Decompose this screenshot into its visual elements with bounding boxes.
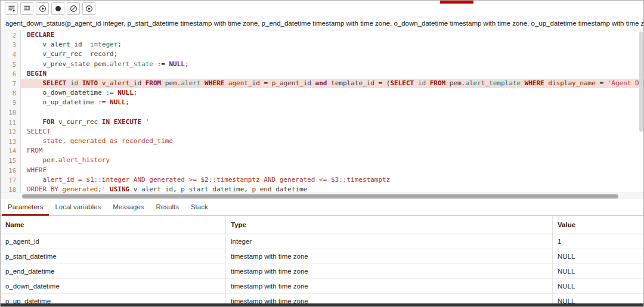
line-number[interactable]: 11 [1, 117, 21, 127]
code-line[interactable]: 9 o_up_datetime := NULL; [1, 98, 643, 107]
cell-name: p_agent_id [1, 234, 226, 249]
code-token: alert_template [465, 79, 521, 87]
code-line[interactable]: 8 o_down_datetime := NULL; [1, 88, 643, 98]
code-line[interactable]: 13 state, generated as recorded_time [1, 137, 643, 146]
code-token [78, 79, 82, 87]
code-token: v_alert_id [27, 41, 90, 48]
code-line[interactable]: 2DECLARE [1, 30, 643, 40]
code-line[interactable]: 14FROM [1, 146, 643, 156]
line-number[interactable]: 17 [1, 175, 21, 185]
line-number[interactable]: 18 [1, 185, 21, 193]
code-text: FOR v_curr_rec IN EXECUTE ' [21, 117, 643, 127]
line-number[interactable]: 5 [1, 60, 21, 69]
code-token [426, 79, 430, 87]
line-number[interactable]: 16 [1, 166, 21, 175]
vertical-scrollbar-thumb[interactable] [639, 32, 643, 132]
column-header-name[interactable]: Name [1, 216, 226, 234]
code-line[interactable]: 18ORDER BY generated;' USING v_alert_id,… [1, 185, 643, 193]
debugger-window: agent_down_status(p_agent_id integer, p_… [0, 0, 644, 307]
line-number[interactable]: 7 [1, 79, 21, 88]
cell-value[interactable]: 1 [553, 234, 643, 249]
line-number[interactable]: 9 [1, 98, 21, 107]
code-token: SELECT [27, 128, 51, 135]
code-line[interactable]: 16WHERE [1, 166, 643, 175]
line-number[interactable]: 4 [1, 49, 21, 59]
cell-value[interactable]: NULL [553, 249, 643, 263]
code-token: ; [134, 89, 138, 97]
code-text: FROM [21, 146, 643, 156]
code-text [21, 108, 643, 117]
code-text: WHERE [21, 166, 643, 175]
code-text: v_curr_rec record; [21, 49, 643, 59]
editor-vertical-scrollbar[interactable] [639, 30, 643, 193]
line-number[interactable]: 13 [1, 137, 21, 146]
code-line[interactable]: 11 FOR v_curr_rec IN EXECUTE ' [1, 117, 643, 127]
code-token: o_up_datetime := [27, 98, 110, 106]
window-accent-fragment [440, 1, 473, 4]
cell-type: timestamp with time zone [226, 264, 553, 278]
code-line[interactable]: 6BEGIN [1, 69, 643, 79]
code-text: BEGIN [21, 69, 643, 79]
line-number[interactable]: 12 [1, 127, 21, 137]
cell-type: timestamp with time zone [226, 249, 553, 263]
column-header-value[interactable]: Value [553, 216, 643, 234]
tab-messages[interactable]: Messages [107, 199, 150, 216]
code-token: FROM [27, 147, 43, 154]
code-line-current[interactable]: 7 SELECT id INTO v_alert_id FROM pem.ale… [1, 79, 643, 88]
clear-all-breakpoints-button[interactable] [67, 2, 80, 15]
cell-value[interactable]: NULL [553, 264, 643, 278]
code-token: v_prev_state pem. [27, 60, 110, 68]
line-number[interactable]: 15 [1, 156, 21, 165]
cell-type: integer [226, 234, 553, 249]
code-text: o_up_datetime := NULL; [21, 98, 643, 107]
horizontal-scrollbar-thumb[interactable] [22, 194, 618, 199]
line-number[interactable]: 2 [1, 30, 21, 40]
tab-local-variables[interactable]: Local variables [49, 199, 107, 216]
line-number[interactable]: 8 [1, 88, 21, 98]
code-line[interactable]: 15 pem.alert_history [1, 156, 643, 165]
debugger-toolbar [1, 1, 643, 17]
column-header-type[interactable]: Type [226, 216, 553, 234]
code-line[interactable]: 17 alert_id = $1::integer AND generated … [1, 175, 643, 185]
code-token: and [315, 79, 327, 87]
code-line[interactable]: 10 [1, 108, 643, 117]
code-token: integer [90, 41, 117, 48]
toggle-breakpoint-icon [85, 5, 93, 13]
code-text: state, generated as recorded_time [21, 137, 643, 146]
code-token: EXECUTE [114, 118, 141, 126]
line-number[interactable]: 3 [1, 40, 21, 49]
parameters-table-header: NameTypeValue [1, 216, 643, 234]
step-over-button[interactable] [20, 2, 33, 15]
code-token [521, 79, 525, 87]
tab-stack[interactable]: Stack [185, 199, 214, 216]
code-line[interactable]: 3 v_alert_id integer; [1, 40, 643, 49]
cell-name: o_down_datetime [1, 279, 226, 293]
code-line[interactable]: 4 v_curr_rec record; [1, 49, 643, 59]
code-text: SELECT id INTO v_alert_id FROM pem.alert… [21, 79, 643, 88]
continue-button[interactable] [36, 2, 49, 15]
toggle-breakpoint-button[interactable] [82, 2, 95, 15]
stop-button[interactable] [51, 2, 64, 15]
code-token: DECLARE [27, 31, 54, 39]
code-token: WHERE [525, 79, 544, 87]
step-into-button[interactable] [5, 2, 18, 15]
stop-icon [54, 5, 62, 13]
code-token: 'Agent Dow [608, 79, 643, 87]
line-number[interactable]: 10 [1, 108, 21, 117]
line-number[interactable]: 6 [1, 69, 21, 79]
code-text: alert_id = $1::integer AND generated >= … [21, 175, 643, 185]
code-editor[interactable]: 2DECLARE3 v_alert_id integer;4 v_curr_re… [1, 30, 643, 199]
editor-horizontal-scrollbar[interactable] [1, 193, 643, 199]
code-token: alert [181, 79, 200, 87]
code-text: o_down_datetime := NULL; [21, 88, 643, 98]
table-row: p_end_datetimetimestamp with time zoneNU… [1, 264, 643, 279]
tab-parameters[interactable]: Parameters [2, 199, 49, 216]
code-line[interactable]: 5 v_prev_state pem.alert_state := NULL; [1, 60, 643, 69]
tab-results[interactable]: Results [150, 199, 185, 216]
line-number[interactable]: 14 [1, 146, 21, 156]
code-line[interactable]: 12SELECT [1, 127, 643, 137]
cell-value[interactable]: NULL [553, 279, 643, 293]
code-token [141, 118, 145, 126]
code-token: ; [117, 41, 122, 48]
clear-breakpoints-icon [70, 5, 78, 13]
